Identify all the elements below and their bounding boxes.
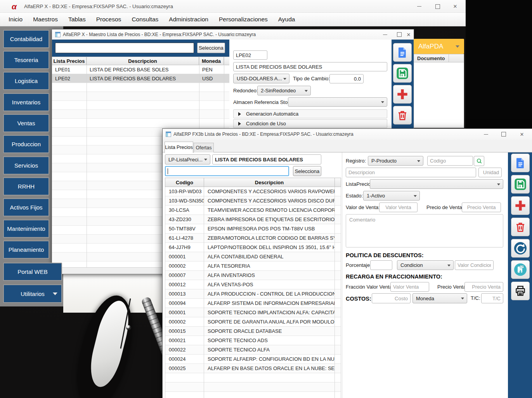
producto-row[interactable]: 000001 SOPORTE TECNICO IMPLANTACION ALFA… <box>165 308 341 317</box>
column-header-lista-precios[interactable]: Lista Precios <box>52 57 87 65</box>
close-button[interactable]: ✕ <box>517 129 527 140</box>
menu-item[interactable]: Personalizaciones <box>219 16 268 23</box>
menu-item[interactable]: Maestros <box>33 16 58 23</box>
comentario-textarea[interactable] <box>346 214 503 247</box>
lista-precios-dropdown[interactable]: LP-ListaPreci... <box>165 154 210 164</box>
porcentaje-input[interactable] <box>370 260 392 270</box>
alfapda-dropdown[interactable]: AlfaPDA <box>414 39 464 54</box>
maximize-button[interactable] <box>499 129 509 140</box>
producto-row[interactable]: 64-JJ7H9 LAPTOP/NOTEBOOK DELL INSPIRON 1… <box>165 243 341 252</box>
save-button[interactable] <box>511 175 530 194</box>
maestro-row[interactable]: LPE01 LISTA DE PRECIOS BASE SOLES PEN <box>52 65 229 74</box>
delete-button[interactable] <box>393 106 412 125</box>
new-document-button[interactable] <box>393 43 412 62</box>
minimize-button[interactable] <box>413 0 425 13</box>
maximize-button[interactable] <box>394 29 404 40</box>
almacen-referencia-dropdown[interactable] <box>288 97 387 107</box>
valor-condicion-input[interactable] <box>455 260 494 270</box>
lista-code-field[interactable] <box>233 50 267 60</box>
producto-row[interactable]: 000012 ALFA VENTAS-POS <box>165 280 341 289</box>
maestro-search-input[interactable] <box>55 43 194 53</box>
selecciona-button[interactable]: Selecciona <box>197 43 225 53</box>
minimize-button[interactable] <box>481 129 491 140</box>
producto-row[interactable]: 50-TMT88V EPSON IMPRESORA POS POS TM-T88… <box>165 224 341 234</box>
close-button[interactable]: ✕ <box>449 0 461 13</box>
producto-row[interactable]: 000022 SOPORTE TECNICO ALFA <box>165 345 341 355</box>
menu-item[interactable]: Procesos <box>96 16 121 23</box>
producto-row[interactable]: 000021 SOPORTE TECNICO ADS <box>165 336 341 345</box>
sidebar-module-button[interactable]: Servicios <box>3 156 49 175</box>
producto-row[interactable]: 000001 ALFA CONTABILIDAD GENERAL <box>165 252 341 261</box>
selecciona-button[interactable]: Selecciona <box>293 166 321 176</box>
moneda-dropdown[interactable]: Moneda <box>412 293 467 303</box>
sidebar-module-button[interactable]: Inventarios <box>3 93 49 111</box>
buscar-button[interactable] <box>474 156 484 166</box>
producto-row[interactable]: 000002 SOPORTE DE GARANTIA ANUAL ALFA PO… <box>165 317 341 327</box>
listaprecios-dropdown[interactable] <box>370 179 503 189</box>
tab-ofertas[interactable]: Ofertas <box>194 143 214 152</box>
costo-input[interactable] <box>372 293 411 303</box>
producto-row[interactable]: 000007 ALFA INVENTARIOS <box>165 271 341 280</box>
lista-descripcion-field[interactable] <box>233 62 387 71</box>
lista-nombre-field[interactable] <box>212 154 321 164</box>
maximize-button[interactable] <box>432 0 444 13</box>
print-button[interactable] <box>511 282 530 300</box>
producto-row[interactable]: 000024 SOPORTE ALFAERP: CONFIGURACION BD… <box>165 355 341 364</box>
close-button[interactable]: ✕ <box>404 29 414 40</box>
producto-search-input[interactable] <box>165 166 289 176</box>
valor-venta-input[interactable] <box>379 202 418 212</box>
tipo-cambio-field[interactable] <box>329 74 364 83</box>
sidebar-module-button[interactable]: Contabilidad <box>3 30 49 48</box>
generacion-automatica-expander[interactable]: Generacion Automatica <box>233 109 387 118</box>
unidad-input[interactable] <box>478 168 502 177</box>
column-header-moneda[interactable]: Moneda <box>199 57 224 65</box>
sidebar-module-button[interactable]: Planeamiento <box>3 241 49 259</box>
maestro-row[interactable]: LPE02 LISTA DE PRECIOS BASE DOLARES USD <box>52 74 229 83</box>
redondeo-dropdown[interactable]: 2-SinRedondeo <box>257 86 311 95</box>
descripcion-input[interactable] <box>346 168 476 177</box>
sidebar-module-button[interactable]: Tesoreria <box>3 51 49 69</box>
delete-button[interactable] <box>511 218 530 236</box>
producto-row[interactable]: 103-WD-SN350-... COMPONENTES Y ACCESORIO… <box>165 196 341 206</box>
tab-lista-precios[interactable]: Lista Precios <box>165 142 193 153</box>
sidebar-module-button[interactable]: Activos Fijos <box>3 198 49 216</box>
estado-dropdown[interactable]: 1-Activo <box>363 191 420 201</box>
alfapda-column-header[interactable]: Documento <box>414 54 464 62</box>
precio-venta-input[interactable] <box>462 202 501 212</box>
column-header-descripcion[interactable]: Descripcion <box>87 57 199 65</box>
sidebar-module-button[interactable]: Portal WEB <box>3 263 62 281</box>
fraccion-precio-venta-input[interactable] <box>464 282 503 292</box>
fraccion-valor-venta-input[interactable] <box>390 282 429 292</box>
menu-item[interactable]: Tablas <box>68 16 86 23</box>
refresh-button[interactable] <box>511 239 530 258</box>
producto-row[interactable]: 000015 SOPORTE ORACLE DATABASE <box>165 327 341 336</box>
minimize-button[interactable] <box>380 29 390 40</box>
producto-row[interactable]: 000002 ALFA TESORERIA <box>165 261 341 271</box>
registro-dropdown[interactable]: P-Producto <box>368 156 423 166</box>
moneda-dropdown[interactable]: USD-DOLARES A... <box>233 74 289 83</box>
producto-row[interactable]: 43-ZD230 ZEBRA IMPRESORA DE ETIQUETAS DE… <box>165 215 341 224</box>
menu-item[interactable]: Inicio <box>9 16 23 23</box>
save-button[interactable] <box>393 64 412 83</box>
column-header-descripcion[interactable]: Descripcion <box>204 178 335 187</box>
producto-row[interactable]: 61-LI-4278 ZEBRA/MOTOROLA LECTOR CODIGO … <box>165 234 341 243</box>
new-document-button[interactable] <box>511 154 530 172</box>
menu-item[interactable]: Ayuda <box>278 16 295 23</box>
add-button[interactable] <box>511 196 530 215</box>
sidebar-module-button[interactable]: Mantenimiento <box>3 220 49 238</box>
sidebar-module-button[interactable]: Ventas <box>3 114 49 132</box>
producto-row[interactable]: 000025 ALFAERP EN BASE DATOS ORACLE EN L… <box>165 364 341 373</box>
producto-row[interactable]: 000013 ALFA PRODUCCION - CONTROL DE LA P… <box>165 289 341 299</box>
sidebar-module-button[interactable]: RRHH <box>3 177 49 196</box>
export-csv-button[interactable]: CSV <box>511 260 530 279</box>
producto-row[interactable]: 30-LCSA TEAMVIEWER ACCESO REMOTO LICENCI… <box>165 206 341 215</box>
add-button[interactable] <box>393 85 412 104</box>
producto-row[interactable]: 000094 ALFAERP SISTEMA DE INFORMACION EM… <box>165 299 341 308</box>
tc-input[interactable] <box>481 293 503 303</box>
column-header-codigo[interactable]: Codigo <box>165 178 204 187</box>
menu-item[interactable]: Administracion <box>169 16 208 23</box>
sidebar-module-button[interactable]: Produccion <box>3 135 49 153</box>
sidebar-module-button[interactable]: Logistica <box>3 72 49 90</box>
condicion-dropdown[interactable]: Condicion <box>397 260 454 270</box>
condicion-de-uso-expander[interactable]: Condicion de Uso <box>233 119 387 128</box>
